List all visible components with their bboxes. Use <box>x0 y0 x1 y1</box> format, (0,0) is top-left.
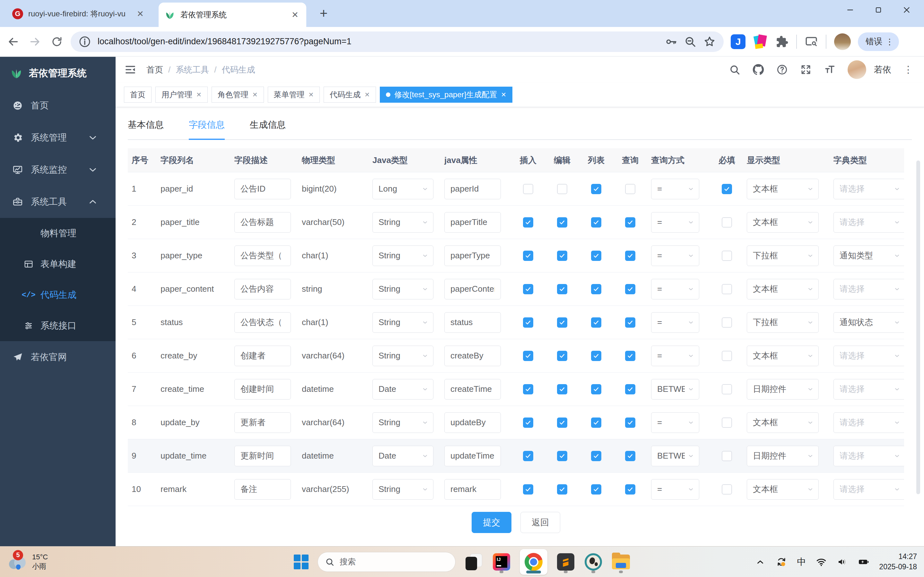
edit-checkbox[interactable] <box>557 351 567 361</box>
app-logo[interactable]: 若依管理系统 <box>0 57 116 90</box>
field-desc-input[interactable] <box>234 446 291 466</box>
field-desc-input[interactable] <box>234 346 291 366</box>
sublime-text-icon[interactable] <box>556 551 575 573</box>
forward-button[interactable] <box>26 33 44 50</box>
java-attr-input[interactable] <box>444 212 501 233</box>
java-attr-input[interactable] <box>444 379 501 400</box>
required-checkbox[interactable] <box>722 451 732 461</box>
required-checkbox[interactable] <box>722 184 732 194</box>
field-desc-input[interactable] <box>234 413 291 433</box>
battery-charging-icon[interactable] <box>858 556 869 568</box>
tag-home[interactable]: 首页 <box>124 87 152 103</box>
omnibox[interactable]: localhost/tool/gen-edit/index/1968481739… <box>71 31 724 52</box>
theme-app-icon[interactable] <box>464 551 483 573</box>
java-type-select[interactable]: String <box>373 413 434 433</box>
sidebar-item-system-management[interactable]: 系统管理 <box>0 122 116 154</box>
dict-type-select[interactable]: 请选择 <box>834 346 904 366</box>
file-explorer-icon[interactable] <box>612 551 630 573</box>
display-type-select[interactable]: 文本框 <box>747 346 819 366</box>
password-key-icon[interactable] <box>664 35 677 48</box>
query-mode-select[interactable]: = <box>651 179 699 199</box>
breadcrumb-system-tools[interactable]: 系统工具 <box>176 64 209 76</box>
breadcrumb-home[interactable]: 首页 <box>147 64 163 76</box>
query-mode-select[interactable]: = <box>651 279 699 300</box>
display-type-select[interactable]: 日期控件 <box>747 379 819 400</box>
query-mode-select[interactable]: = <box>651 212 699 233</box>
user-menu-icon[interactable]: ⋮ <box>903 65 913 74</box>
dict-type-select[interactable]: 请选择 <box>834 212 904 233</box>
tab-basic-info[interactable]: 基本信息 <box>128 119 164 139</box>
java-type-select[interactable]: String <box>373 346 434 366</box>
display-type-select[interactable]: 文本框 <box>747 279 819 300</box>
field-desc-input[interactable] <box>234 245 291 266</box>
tray-chevron-up-icon[interactable] <box>755 556 766 568</box>
new-tab-button[interactable]: + <box>314 5 332 23</box>
close-tag-icon[interactable]: ✕ <box>308 91 314 98</box>
list-checkbox[interactable] <box>591 251 601 261</box>
bookmark-star-icon[interactable] <box>703 35 716 48</box>
dict-type-select[interactable]: 请选择 <box>834 179 904 199</box>
close-tab-icon[interactable]: ✕ <box>290 9 300 20</box>
minimize-button[interactable] <box>836 0 864 20</box>
intellij-idea-icon[interactable]: IJ <box>492 551 511 573</box>
required-checkbox[interactable] <box>722 384 732 395</box>
user-avatar[interactable] <box>848 60 866 79</box>
search-icon[interactable] <box>729 64 740 76</box>
dbeaver-icon[interactable] <box>584 551 603 573</box>
tab-generate-info[interactable]: 生成信息 <box>250 119 286 139</box>
breadcrumb-code-generation[interactable]: 代码生成 <box>221 64 255 76</box>
java-type-select[interactable]: String <box>373 312 434 333</box>
send-to-device-icon[interactable] <box>805 35 818 48</box>
java-attr-input[interactable] <box>444 245 501 266</box>
query-checkbox[interactable] <box>625 217 635 227</box>
ime-indicator[interactable]: 中 <box>797 556 806 568</box>
query-mode-select[interactable]: = <box>651 245 699 266</box>
java-type-select[interactable]: Date <box>373 446 434 466</box>
back-button-form[interactable]: 返回 <box>521 512 560 533</box>
field-desc-input[interactable] <box>234 379 291 400</box>
tag-user-management[interactable]: 用户管理 ✕ <box>155 87 208 103</box>
field-desc-input[interactable] <box>234 212 291 233</box>
back-button[interactable] <box>5 33 22 50</box>
required-checkbox[interactable] <box>722 417 732 428</box>
chrome-icon-active[interactable] <box>520 549 547 575</box>
insert-checkbox[interactable] <box>523 351 533 361</box>
query-mode-select[interactable]: BETWEEN <box>651 379 699 400</box>
edit-checkbox[interactable] <box>557 251 567 261</box>
list-checkbox[interactable] <box>591 217 601 227</box>
tag-code-generation[interactable]: 代码生成 ✕ <box>324 87 376 103</box>
sidebar-item-system-api[interactable]: 系统接口 <box>0 310 116 341</box>
list-checkbox[interactable] <box>591 351 601 361</box>
display-type-select[interactable]: 下拉框 <box>747 312 819 333</box>
sidebar-item-form-builder[interactable]: 表单构建 <box>0 249 116 279</box>
java-type-select[interactable]: String <box>373 212 434 233</box>
java-attr-input[interactable] <box>444 179 501 199</box>
edit-checkbox[interactable] <box>557 384 567 395</box>
sidebar-item-home[interactable]: 首页 <box>0 90 116 122</box>
query-checkbox[interactable] <box>625 284 635 294</box>
insert-checkbox[interactable] <box>523 184 533 194</box>
edit-checkbox[interactable] <box>557 284 567 294</box>
maximize-button[interactable] <box>864 0 893 20</box>
tag-role-management[interactable]: 角色管理 ✕ <box>211 87 264 103</box>
required-checkbox[interactable] <box>722 484 732 495</box>
taskbar-weather[interactable]: 5 15°C 小雨 <box>8 553 48 571</box>
required-checkbox[interactable] <box>722 284 732 294</box>
colorful-extension-icon[interactable] <box>753 34 768 49</box>
query-checkbox[interactable] <box>625 351 635 361</box>
browser-profile-avatar[interactable] <box>834 33 851 50</box>
insert-checkbox[interactable] <box>523 451 533 461</box>
java-attr-input[interactable] <box>444 346 501 366</box>
browser-error-chip[interactable]: 错误 ⋮ <box>858 32 899 51</box>
sync-status-icon[interactable] <box>776 556 787 568</box>
edit-checkbox[interactable] <box>557 318 567 328</box>
java-attr-input[interactable] <box>444 312 501 333</box>
dict-type-select[interactable]: 请选择 <box>834 413 904 433</box>
scrollbar-thumb[interactable] <box>916 160 920 494</box>
display-type-select[interactable]: 下拉框 <box>747 245 819 266</box>
insert-checkbox[interactable] <box>523 217 533 227</box>
tag-edit-gen-config[interactable]: 修改[test_sys_paper]生成配置 ✕ <box>380 87 513 103</box>
browser-tab-repo[interactable]: G ruoyi-vue-firebird: 将ruoyi-vu ✕ <box>6 4 152 24</box>
java-attr-input[interactable] <box>444 413 501 433</box>
browser-tab-app[interactable]: 若依管理系统 ✕ <box>159 3 306 27</box>
